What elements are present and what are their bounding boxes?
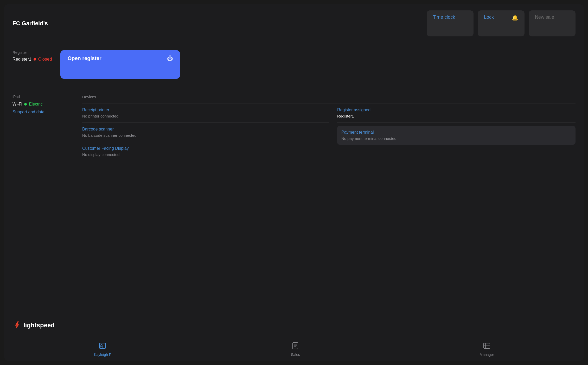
receipt-printer-label[interactable]: Receipt printer — [82, 108, 329, 112]
svg-rect-4 — [293, 343, 298, 349]
receipt-printer-item: Receipt printer No printer connected — [82, 103, 329, 123]
bottom-nav: Kayleigh F Sales Manager — [4, 338, 584, 361]
left-panel: iPad Wi-Fi Electric Support and data — [12, 95, 70, 304]
register-section: Register Register1 Closed Open register … — [4, 43, 584, 86]
customer-display-label[interactable]: Customer Facing Display — [82, 146, 329, 151]
payment-terminal-status: No payment terminal connected — [341, 136, 571, 141]
register-assigned-label: Register assigned — [337, 108, 576, 112]
right-devices-col: Register assigned Register1 Payment term… — [329, 103, 576, 161]
logo-text: lightspeed — [23, 322, 55, 329]
status-dot — [34, 58, 36, 61]
nav-employee-label: Kayleigh F — [94, 353, 111, 357]
customer-display-status: No display connected — [82, 152, 329, 157]
lock-label: Lock — [484, 15, 494, 20]
barcode-scanner-label[interactable]: Barcode scanner — [82, 127, 329, 132]
register-closed-label: Closed — [38, 57, 52, 62]
devices-label: Devices — [82, 95, 576, 99]
lightspeed-logo-icon — [12, 321, 21, 329]
nav-sales-label: Sales — [291, 353, 300, 357]
register-assigned-item: Register assigned Register1 — [337, 103, 576, 123]
barcode-scanner-status: No barcode scanner connected — [82, 133, 329, 138]
payment-terminal-label[interactable]: Payment terminal — [341, 130, 571, 135]
logo-section: lightspeed — [4, 313, 584, 338]
manager-icon — [483, 342, 490, 351]
nav-employee[interactable]: Kayleigh F — [94, 342, 111, 357]
register-assigned-value: Register1 — [337, 114, 576, 118]
register-info: Register Register1 Closed — [12, 50, 52, 62]
bell-icon: 🔔 — [512, 15, 518, 21]
app-container: FC Garfield's Time clock Lock 🔔 New sale… — [4, 4, 584, 361]
payment-terminal-item: Payment terminal No payment terminal con… — [337, 126, 576, 145]
left-devices-col: Receipt printer No printer connected Bar… — [82, 103, 329, 161]
nav-sales[interactable]: Sales — [291, 342, 300, 357]
power-icon: ⏻ — [167, 55, 173, 62]
nav-manager[interactable]: Manager — [480, 342, 494, 357]
electric-label: Electric — [29, 102, 42, 107]
open-register-button[interactable]: Open register ⏻ — [60, 50, 180, 79]
new-sale-button[interactable]: New sale — [529, 10, 576, 36]
time-clock-label: Time clock — [433, 15, 455, 20]
sales-icon — [292, 342, 299, 351]
customer-display-item: Customer Facing Display No display conne… — [82, 142, 329, 161]
new-sale-label: New sale — [535, 15, 554, 20]
svg-rect-8 — [484, 343, 490, 348]
electric-dot — [24, 103, 27, 106]
header-section: FC Garfield's Time clock Lock 🔔 New sale — [4, 4, 584, 43]
connection-status: Wi-Fi Electric — [12, 102, 70, 107]
devices-grid: Receipt printer No printer connected Bar… — [82, 103, 576, 161]
register-status: Register1 Closed — [12, 57, 52, 62]
register-label: Register — [12, 50, 52, 55]
barcode-scanner-item: Barcode scanner No barcode scanner conne… — [82, 123, 329, 142]
time-clock-button[interactable]: Time clock — [427, 10, 474, 36]
receipt-printer-status: No printer connected — [82, 114, 329, 118]
register-name: Register1 — [12, 57, 31, 62]
header-buttons: Time clock Lock 🔔 New sale — [427, 10, 576, 36]
main-section: iPad Wi-Fi Electric Support and data Dev… — [4, 86, 584, 313]
right-panel: Devices Receipt printer No printer conne… — [82, 95, 576, 304]
support-link[interactable]: Support and data — [12, 110, 44, 114]
ipad-label: iPad — [12, 95, 70, 99]
employee-icon — [99, 342, 106, 351]
open-register-label: Open register — [68, 55, 101, 61]
store-name: FC Garfield's — [12, 20, 48, 27]
lock-button[interactable]: Lock 🔔 — [478, 10, 525, 36]
wifi-label: Wi-Fi — [12, 102, 22, 107]
svg-point-1 — [101, 344, 102, 346]
nav-manager-label: Manager — [480, 353, 494, 357]
